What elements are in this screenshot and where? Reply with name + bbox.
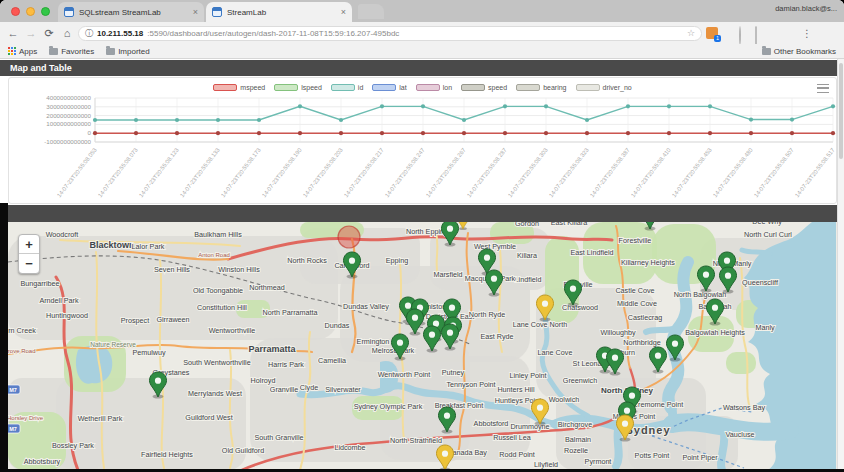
legend-item-bearing[interactable]: bearing [516,84,566,91]
map-place-label: Abbotsbury [24,457,61,466]
legend-item-lon[interactable]: lon [416,84,452,91]
x-axis-tick: 14-07-23T20:55:08.323 [548,147,590,198]
x-axis-tick: 14-07-23T20:55:08.123 [138,147,180,198]
bookmark-imported[interactable]: Imported [106,47,150,56]
window-close-button[interactable] [11,7,20,16]
data-point-mspeed [298,131,302,135]
extension-icon-pill[interactable] [786,27,798,39]
bookmark-label: Favorites [61,47,94,56]
window-minimize-button[interactable] [26,7,35,16]
x-axis-tick: 14-07-23T20:55:08.267 [425,147,467,198]
window-zoom-button[interactable] [41,7,50,16]
map-place-label: Killarney Heights [621,258,675,267]
profile-name[interactable]: damian.black@s... [775,4,837,13]
browser-menu-icon[interactable]: ⋮ [802,28,812,39]
reload-icon[interactable]: ⟳ [42,26,56,40]
tab-close-icon[interactable]: × [341,7,346,17]
urban-area [8,236,338,340]
other-bookmarks[interactable]: Other Bookmarks [762,47,836,56]
map-place-label: Ermington [357,337,390,346]
data-point-id [298,104,302,108]
y-axis-tick: 2000000000000 [46,112,91,119]
scrollbar-thumb[interactable] [839,63,843,159]
bookmark-label: Imported [118,47,150,56]
extension-icon-circle[interactable] [738,27,750,39]
zoom-out-button[interactable]: − [19,254,39,273]
data-point-id [257,118,261,122]
legend-swatch [331,84,355,91]
map-place-label: Linley Point [509,371,546,380]
map-place-label: Wentworth Point [378,370,431,379]
bookmark-favorites[interactable]: Favorites [49,47,94,56]
data-point-mspeed [339,131,343,135]
data-point-id [339,118,343,122]
chart-menu-icon[interactable] [817,84,829,93]
zoom-in-button[interactable]: + [19,235,39,254]
map-place-label: Blacktown [89,240,134,250]
map-place-label: Pemulwuy [132,348,166,357]
y-axis-tick: 0 [88,129,92,136]
map-place-label: Middle Cove [617,299,657,308]
forward-icon[interactable]: → [24,26,38,40]
x-axis-tick: 14-07-23T20:55:08.517 [794,147,836,198]
bookmark-star-icon[interactable]: ☆ [687,28,695,38]
map-canvas[interactable]: M7M7WoodcroftBlacktownLalor ParkBaulkham… [8,222,837,469]
extension-icon-flame[interactable] [722,27,734,39]
url-path: :5590/dashboard/user/autogen/dash-2017-1… [147,29,683,38]
tab-sqlstream-streamlab[interactable]: SQLstream StreamLab × [58,2,204,22]
map-place-label: Bossley Park [52,441,94,450]
map-place-label: Hunters Hill [497,385,535,394]
legend-item-mspeed[interactable]: mspeed [213,84,265,91]
data-point-id [462,118,466,122]
map-place-label: Wentworthville [209,326,256,335]
data-point-mspeed [831,131,835,135]
legend-item-lspeed[interactable]: lspeed [274,84,322,91]
map-and-table-panel-header: Map and Table [0,60,837,76]
map-place-label: Castle Cove [615,286,654,295]
x-axis-tick: 14-07-23T20:55:08.217 [343,147,385,198]
map-place-label: Granville [270,385,298,394]
data-point-id [175,118,179,122]
map-place-label: Russell Lea [493,433,531,442]
page-scrollbar[interactable] [837,59,844,472]
extension-icon-dark-square[interactable] [770,27,782,39]
x-axis-tick: 14-07-23T20:55:08.053 [56,147,98,198]
legend-item-lat[interactable]: lat [372,84,406,91]
page-info-icon[interactable]: ⓘ [85,28,93,39]
new-tab-button[interactable] [358,4,384,19]
map-place-label: Chatswood [562,303,598,312]
home-icon[interactable]: ⌂ [60,26,74,40]
legend-item-driver_no[interactable]: driver_no [576,84,632,91]
tab-title: SQLstream StreamLab [79,8,188,17]
address-bar[interactable]: ⓘ 10.211.55.18 :5590/dashboard/user/auto… [78,26,702,41]
map-place-label: Dee Why [752,222,782,226]
extension-icon-square[interactable] [754,27,766,39]
map-place-label: Tennyson Point [446,380,495,389]
chart-legend: mspeedlspeedidlatlonspeedbearingdriver_n… [9,80,836,94]
extension-badge: 1 [714,35,721,42]
map-highlight-circle[interactable] [338,226,360,248]
data-point-id [667,104,671,108]
map-place-label: Old Toongabbie [193,286,243,295]
data-point-id [216,118,220,122]
map-place-label: Arndell Park [39,296,79,305]
tab-close-icon[interactable]: × [193,7,198,17]
map-place-label: West Pymble [474,242,516,251]
map-place-label: Balmain [565,435,591,444]
water-body [76,345,112,384]
bookmark-label: Apps [19,47,37,56]
back-icon[interactable]: ← [6,26,20,40]
y-axis-tick: -1000000000000 [44,138,91,145]
map-place-label: Sydney Olympic Park [354,402,423,411]
map-place-label: Northmead [249,283,285,292]
tab-favicon [212,7,222,17]
x-axis-tick: 14-07-23T20:55:08.410 [630,147,672,198]
tab-streamlab[interactable]: StreamLab × [206,2,352,22]
data-point-mspeed [462,131,466,135]
bookmark-apps[interactable]: Apps [8,47,37,56]
data-point-mspeed [175,131,179,135]
legend-item-id[interactable]: id [331,84,363,91]
legend-item-speed[interactable]: speed [461,84,507,91]
x-axis-tick: 14-07-23T20:55:08.287 [466,147,508,198]
extension-icon-orange[interactable]: 1 [706,27,718,39]
